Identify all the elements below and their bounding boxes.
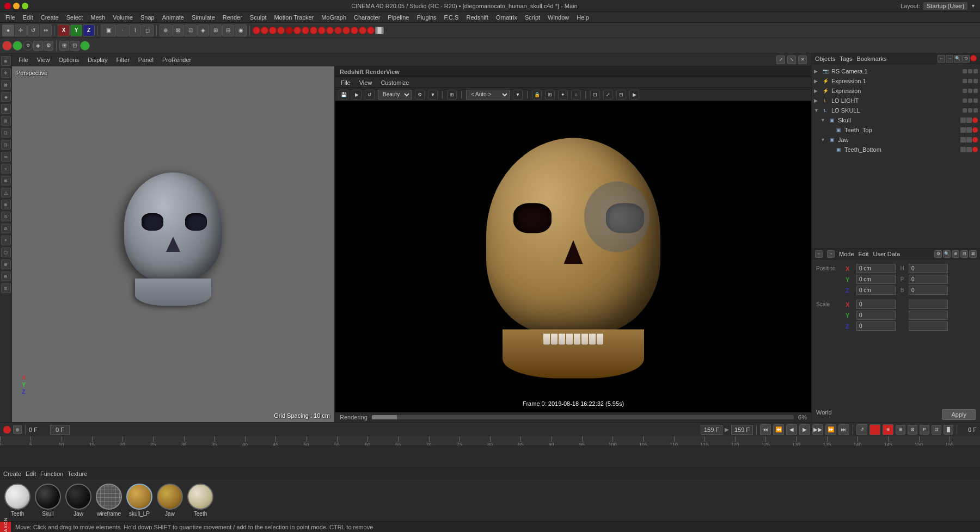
menu-character[interactable]: Character: [351, 13, 383, 22]
menu-fcs[interactable]: F.C.S: [441, 13, 462, 22]
render-btn-5[interactable]: [285, 27, 293, 34]
select-mode-btn[interactable]: ●: [2, 24, 14, 36]
render-btn-7[interactable]: [302, 27, 309, 34]
move-mode-btn[interactable]: ✛: [15, 24, 27, 36]
rv-dropdown-btn[interactable]: ▼: [428, 90, 438, 100]
close-button[interactable]: [4, 3, 11, 9]
scale-y-input[interactable]: [856, 311, 896, 320]
pos-z-input[interactable]: [856, 286, 896, 295]
menu-animate[interactable]: Animate: [159, 13, 187, 22]
material-teeth2[interactable]: Teeth: [187, 484, 213, 517]
rs-btn-5[interactable]: ⚙: [44, 41, 53, 51]
rs-btn-8[interactable]: [80, 41, 90, 51]
obj-panel-btn-5[interactable]: [970, 55, 977, 61]
left-tool-20[interactable]: ⊙: [1, 283, 11, 293]
rv-save-btn[interactable]: 💾: [339, 90, 348, 100]
rv-menu-file[interactable]: File: [339, 78, 353, 87]
tl-extra-4[interactable]: ⊡: [932, 425, 941, 435]
record-btn[interactable]: [3, 426, 11, 434]
y-axis-btn[interactable]: Y: [70, 24, 82, 36]
left-tool-14[interactable]: S: [1, 212, 11, 221]
menu-file[interactable]: File: [2, 13, 19, 22]
left-tool-7[interactable]: ⊡: [1, 128, 11, 138]
obj-item-teeth-bottom[interactable]: ▣ Teeth_Bottom: [812, 145, 980, 154]
x-axis-btn[interactable]: X: [58, 24, 70, 36]
vp-menu-filter[interactable]: Filter: [114, 55, 131, 64]
snap-btn[interactable]: ⊕: [160, 24, 171, 36]
obj-item-rs-camera[interactable]: ▶ 📷 RS Camera.1: [812, 66, 980, 76]
render-btn-1[interactable]: [253, 27, 260, 34]
material-skull[interactable]: Skull: [35, 484, 61, 517]
left-tool-1[interactable]: ⊕: [1, 56, 11, 66]
start-frame-input[interactable]: [50, 425, 70, 435]
play-btn[interactable]: ▶: [799, 424, 810, 435]
menu-snap[interactable]: Snap: [137, 13, 158, 22]
left-tool-8[interactable]: ⊟: [1, 140, 11, 150]
rv-lock-btn[interactable]: 🔒: [532, 90, 542, 100]
rv-more-btn[interactable]: ▶: [629, 90, 639, 100]
attr-back-btn[interactable]: ←: [815, 250, 823, 258]
menu-ornatrix[interactable]: Ornatrix: [493, 13, 520, 22]
render-btn-11[interactable]: [334, 27, 342, 34]
point-mode-btn[interactable]: ·: [117, 24, 128, 36]
left-tool-18[interactable]: ⊕: [1, 259, 11, 269]
scale-mode-btn[interactable]: ⇔: [40, 24, 52, 36]
obj-item-skull-root[interactable]: ▼ L LO SKULL: [812, 106, 980, 115]
attr-fwd-btn[interactable]: →: [827, 250, 835, 258]
rv-circle-btn[interactable]: ○: [571, 90, 581, 100]
tl-extra-3[interactable]: P: [920, 425, 929, 435]
menu-plugins[interactable]: Plugins: [413, 13, 439, 22]
pos-y-input[interactable]: [856, 275, 896, 284]
vp-menu-prorender[interactable]: ProRender: [160, 55, 193, 64]
menu-create[interactable]: Create: [38, 13, 62, 22]
attr-menu-edit[interactable]: Edit: [859, 251, 869, 257]
left-tool-19[interactable]: ⊖: [1, 271, 11, 281]
menu-volume[interactable]: Volume: [109, 13, 136, 22]
rv-beauty-select[interactable]: Beauty: [378, 90, 412, 100]
attr-menu-mode[interactable]: Mode: [839, 251, 854, 257]
obj-item-expr[interactable]: ▶ ⚡ Expression: [812, 86, 980, 96]
pos-x-input[interactable]: [856, 264, 896, 273]
edge-mode-btn[interactable]: ⌇: [129, 24, 141, 36]
left-tool-3[interactable]: ⊠: [1, 80, 11, 90]
attr-btn-5[interactable]: ⊠: [969, 250, 977, 258]
scale-z-input[interactable]: [856, 321, 896, 331]
loop-btn[interactable]: ↺: [856, 424, 867, 435]
menu-simulate[interactable]: Simulate: [188, 13, 218, 22]
attr-btn-1[interactable]: ⚙: [934, 250, 942, 258]
vp-menu-view[interactable]: View: [35, 55, 52, 64]
left-tool-5[interactable]: ◉: [1, 104, 11, 114]
left-tool-12[interactable]: △: [1, 188, 11, 197]
material-jaw2[interactable]: Jaw: [157, 484, 183, 517]
tool-btn-7[interactable]: ◉: [235, 24, 247, 36]
tool-btn-5[interactable]: ⊞: [210, 24, 222, 36]
obj-item-jaw[interactable]: ▼ ▣ Jaw: [812, 135, 980, 145]
menu-sculpt[interactable]: Sculpt: [247, 13, 270, 22]
obj-item-teeth-top[interactable]: ▣ Teeth_Top: [812, 125, 980, 135]
scale-b-input[interactable]: [909, 321, 948, 331]
menu-render[interactable]: Render: [219, 13, 246, 22]
rv-menu-customize[interactable]: Customize: [378, 78, 411, 87]
rs-btn-1[interactable]: [2, 41, 12, 51]
go-prev-key-btn[interactable]: ⏪: [773, 424, 784, 435]
rv-zoom-btn[interactable]: ⤢: [603, 90, 613, 100]
render-btn-9[interactable]: [318, 27, 326, 34]
left-tool-15[interactable]: ⊘: [1, 224, 11, 233]
menu-motiontracker[interactable]: Motion Tracker: [271, 13, 317, 22]
rs-btn-2[interactable]: [13, 41, 22, 51]
go-start-btn[interactable]: ⏮: [760, 424, 771, 435]
obj-panel-btn-1[interactable]: ←: [938, 55, 945, 63]
left-tool-16[interactable]: ⌖: [1, 236, 11, 245]
render-btn-10[interactable]: [326, 27, 334, 34]
menu-mograph[interactable]: MoGraph: [318, 13, 350, 22]
mat-menu-edit[interactable]: Edit: [26, 471, 36, 477]
material-jaw[interactable]: Jaw: [65, 484, 91, 517]
left-tool-2[interactable]: ✛: [1, 68, 11, 78]
attr-menu-userdata[interactable]: User Data: [873, 251, 901, 257]
menu-window[interactable]: Window: [544, 13, 572, 22]
minimize-button[interactable]: [13, 3, 20, 9]
scale-p-input[interactable]: [909, 311, 948, 320]
obj-item-skull[interactable]: ▼ ▣ Skull: [812, 115, 980, 125]
tool-btn-6[interactable]: ⊟: [222, 24, 234, 36]
obj-panel-btn-2[interactable]: →: [946, 55, 953, 63]
